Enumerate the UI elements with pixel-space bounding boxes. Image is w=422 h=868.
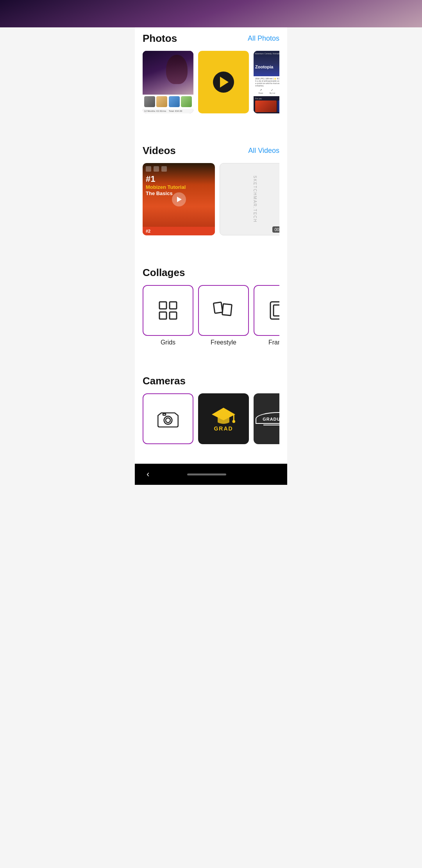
- collages-section: Collages Grids: [135, 257, 287, 350]
- videos-section-header: Videos All Videos: [143, 145, 279, 157]
- play-button: [213, 72, 234, 93]
- video-number: #1: [146, 174, 212, 184]
- cameras-title: Cameras: [143, 375, 186, 387]
- svg-point-11: [166, 418, 170, 423]
- movie-meta-3: 2016 | PG | 108 min | ⭐ 8.0: [255, 77, 279, 80]
- camera-icon: [156, 409, 180, 429]
- collage-freestyle[interactable]: Freestyle: [198, 285, 249, 346]
- video-play-button: [172, 192, 186, 206]
- graduation-icon: [212, 406, 235, 424]
- graduation-arch-text: GRADUATION: [256, 412, 279, 423]
- photo-item-3[interactable]: AdventureComedyAnimationCrimeFamilyMys..…: [254, 51, 279, 113]
- photos-title: Photos: [143, 32, 177, 45]
- photos-section: Photos All Photos 12 Months: [135, 23, 287, 120]
- small-thumb-1: [144, 96, 155, 107]
- video-2-inner: SKETCHMAR.TECH 00:01: [220, 163, 279, 235]
- graduation-arch-content: GRADUATION: [256, 412, 279, 425]
- collage-frames-thumb: [254, 285, 279, 336]
- videos-row: #1 Mobizen Tutorial The Basics 00:28 #2: [143, 163, 279, 242]
- collage-grids[interactable]: Grids: [143, 285, 193, 346]
- video-icon-1: [146, 166, 151, 172]
- video-bottom-label: #2: [146, 229, 150, 233]
- video-icon-2: [154, 166, 159, 172]
- movie-desc-3: In a city of anthropomorphic animals, a …: [255, 80, 279, 87]
- svg-rect-2: [159, 302, 166, 309]
- all-photos-link[interactable]: All Photos: [248, 34, 279, 43]
- camera-item-1[interactable]: [143, 393, 193, 444]
- frames-icon: [267, 299, 279, 322]
- graduation-content: GRAD: [212, 406, 235, 432]
- grad-text: GRAD: [214, 425, 233, 432]
- cameras-section-header: Cameras: [143, 375, 279, 387]
- svg-rect-9: [274, 305, 279, 316]
- svg-rect-5: [170, 312, 177, 319]
- small-thumb-2: [156, 96, 167, 107]
- svg-rect-12: [163, 414, 166, 415]
- collages-title: Collages: [143, 267, 185, 279]
- photos-row: 12 Months: €2.91/mo Total: €34.99 Advent…: [143, 51, 279, 120]
- collage-grids-label: Grids: [161, 339, 175, 346]
- movie-title-3: Zootopia: [255, 65, 273, 69]
- svg-point-15: [232, 420, 236, 423]
- movie-top-3: AdventureComedyAnimationCrimeFamilyMys..…: [254, 51, 279, 76]
- svg-rect-4: [159, 312, 166, 319]
- movie-rec-banner-3: [255, 100, 279, 112]
- collages-section-header: Collages: [143, 267, 279, 279]
- photo-item-1[interactable]: 12 Months: €2.91/mo Total: €34.99: [143, 51, 193, 113]
- videos-title: Videos: [143, 145, 176, 157]
- mylist-action[interactable]: ✓My List: [270, 88, 275, 94]
- back-button[interactable]: ‹: [147, 469, 149, 479]
- photos-section-header: Photos All Photos: [143, 32, 279, 45]
- video-duration-2: 00:01: [272, 226, 279, 233]
- movie-actions-3: ↗Share ✓My List 👍Rate ⬇Download: [255, 88, 279, 95]
- cameras-row: GRAD GRADUATION: [143, 393, 279, 448]
- movie-rec-3: For you: [254, 96, 279, 113]
- svg-rect-7: [222, 304, 232, 316]
- freestyle-icon: [212, 299, 235, 322]
- photo-dark-top: [143, 51, 193, 95]
- camera-item-3[interactable]: GRADUATION: [254, 393, 279, 444]
- video-2-text: SKETCHMAR.TECH: [253, 176, 257, 223]
- video-overlay-1: #1 Mobizen Tutorial The Basics: [143, 163, 215, 235]
- graduation-divider: [263, 425, 279, 425]
- collage-freestyle-thumb: [198, 285, 249, 336]
- video-bottom-bar: #2: [143, 227, 215, 235]
- collage-frames[interactable]: Frames: [254, 285, 279, 346]
- price-tag: 12 Months: €2.91/mo Total: €34.99: [144, 110, 182, 112]
- photo-item-2[interactable]: [198, 51, 249, 113]
- grids-icon: [156, 299, 180, 322]
- home-indicator[interactable]: [187, 473, 226, 475]
- main-content: Photos All Photos 12 Months: [135, 23, 287, 464]
- bottom-nav: ‹: [135, 464, 287, 485]
- cameras-section: Cameras: [135, 366, 287, 448]
- collage-frames-label: Frames: [268, 339, 279, 346]
- video-toolbar: [146, 166, 212, 172]
- videos-section: Videos All Videos #1 Mobizen Tutorial Th…: [135, 135, 287, 242]
- collage-freestyle-label: Freestyle: [211, 339, 236, 346]
- video-play-triangle: [177, 197, 182, 202]
- photo-dark-bottom: [143, 95, 193, 109]
- play-icon: [220, 77, 229, 88]
- video-icon-3: [161, 166, 167, 172]
- collages-row: Grids Freestyle: [143, 285, 279, 350]
- collage-grids-thumb: [143, 285, 193, 336]
- svg-rect-6: [213, 302, 222, 314]
- all-videos-link[interactable]: All Videos: [248, 147, 279, 155]
- small-thumb-3: [169, 96, 180, 107]
- video-item-2[interactable]: SKETCHMAR.TECH 00:01: [220, 163, 279, 235]
- rec-thumb-2: [277, 100, 279, 112]
- movie-banner-3: AdventureComedyAnimationCrimeFamilyMys..…: [254, 52, 279, 55]
- video-item-1[interactable]: #1 Mobizen Tutorial The Basics 00:28 #2: [143, 163, 215, 235]
- rec-thumb-1: [255, 100, 277, 112]
- movie-bottom-3: 2016 | PG | 108 min | ⭐ 8.0 In a city of…: [254, 76, 279, 96]
- share-action[interactable]: ↗Share: [258, 88, 263, 94]
- small-thumb-4: [181, 96, 192, 107]
- camera-item-2[interactable]: GRAD: [198, 393, 249, 444]
- svg-rect-3: [170, 302, 177, 309]
